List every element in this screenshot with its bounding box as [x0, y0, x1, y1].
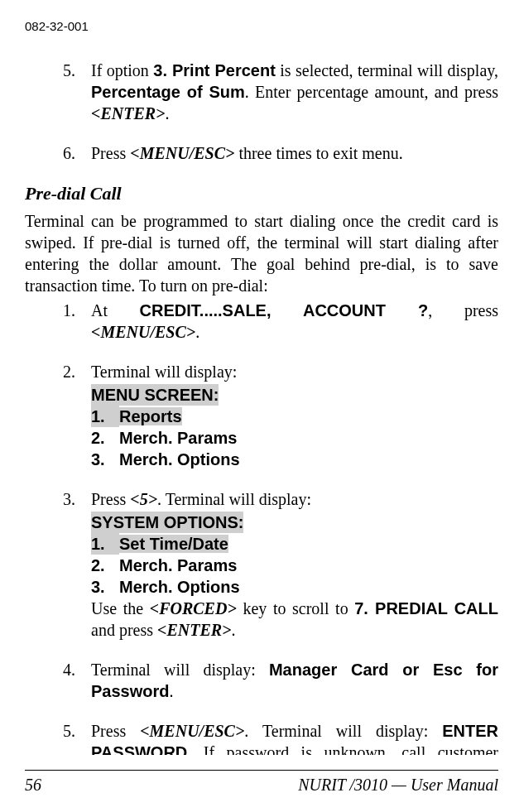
body: Terminal will display: Manager Card or E… [91, 659, 498, 702]
menu-row: 3.Merch. Options [91, 449, 498, 470]
text: three times to exit menu. [234, 144, 402, 162]
text: At [91, 301, 140, 320]
menu-screen-block: MENU SCREEN: 1.Reports 2.Merch. Params 3… [91, 384, 498, 470]
num: 6. [63, 142, 91, 164]
text: is selected, terminal will display, [276, 61, 498, 79]
text: and press [91, 621, 157, 639]
row-num: 2. [91, 427, 119, 449]
key-menu-esc: <MENU/ESC> [91, 323, 195, 341]
subheading-predial: Pre-dial Call [25, 182, 498, 206]
list-top: 5. If option 3. Print Percent is selecte… [25, 60, 498, 164]
num: 3. [63, 488, 91, 641]
menu-title: MENU SCREEN: [91, 384, 219, 406]
key-enter: <ENTER> [157, 621, 231, 639]
row-num: 1. [91, 406, 119, 427]
row-label: Merch. Options [119, 450, 240, 468]
body: If option 3. Print Percent is selected, … [91, 60, 498, 124]
footer: 56 NURIT /3010 — User Manual [25, 770, 498, 795]
body: Press <5>. Terminal will display: SYSTEM… [91, 488, 498, 641]
row-label: Merch. Options [119, 578, 240, 596]
row-num: 2. [91, 555, 119, 576]
text: . [165, 104, 169, 123]
menu-row: 1.Reports [91, 406, 498, 427]
key-forced: <FORCED> [150, 599, 237, 617]
doc-id: 082-32-001 [25, 18, 498, 35]
num: 5. [63, 60, 91, 124]
menu-row: 2.Merch. Params [91, 555, 498, 576]
prompt-credit-sale: CREDIT.....SALE, ACCOUNT ? [140, 301, 429, 320]
body: Press <MENU/ESC> three times to exit men… [91, 142, 498, 164]
list-item: 5. If option 3. Print Percent is selecte… [63, 60, 498, 124]
key-5: <5> [130, 490, 157, 508]
text: , press [428, 301, 498, 320]
list-item: 3. Press <5>. Terminal will display: SYS… [63, 488, 498, 641]
menu-title: SYSTEM OPTIONS: [91, 512, 243, 533]
menu-row: 2.Merch. Params [91, 427, 498, 449]
intro-paragraph: Terminal can be programmed to start dial… [25, 210, 498, 296]
body: Press <MENU/ESC>. Terminal will display:… [91, 720, 498, 754]
key-menu-esc: <MENU/ESC> [140, 722, 244, 740]
row-label: Set Time/Date [119, 535, 228, 553]
option-name: 3. Print Percent [153, 61, 276, 79]
percentage-label: Percentage of Sum [91, 83, 245, 101]
text: Terminal will display: [91, 363, 237, 381]
key-enter: <ENTER> [91, 104, 165, 123]
text: If option [91, 61, 153, 79]
text: . [195, 323, 199, 341]
text: . Enter percentage amount, and press [245, 83, 498, 101]
row-num: 3. [91, 576, 119, 598]
page-number: 56 [25, 774, 41, 795]
text: Press [91, 144, 130, 162]
row-num: 3. [91, 449, 119, 470]
list-predial: 1. At CREDIT.....SALE, ACCOUNT ?, press … [25, 300, 498, 754]
system-options-block: SYSTEM OPTIONS: 1.Set Time/Date 2.Merch.… [91, 512, 498, 598]
text: Use the [91, 599, 150, 617]
body: Terminal will display: MENU SCREEN: 1.Re… [91, 361, 498, 470]
num: 2. [63, 361, 91, 470]
list-item: 6. Press <MENU/ESC> three times to exit … [63, 142, 498, 164]
key-menu-esc: <MENU/ESC> [130, 144, 234, 162]
list-item: 2. Terminal will display: MENU SCREEN: 1… [63, 361, 498, 470]
row-label: Merch. Params [119, 429, 237, 447]
menu-row: 3.Merch. Options [91, 576, 498, 598]
num: 1. [63, 300, 91, 343]
text: . [231, 621, 235, 639]
menu-row: 1.Set Time/Date [91, 533, 498, 555]
text: . Terminal will display: [244, 722, 442, 740]
predial-call-label: 7. PREDIAL CALL [354, 599, 498, 617]
text: Terminal will display: [91, 661, 269, 679]
page: 082-32-001 5. If option 3. Print Percent… [0, 0, 519, 812]
text: Press [91, 722, 140, 740]
row-label: Reports [119, 407, 182, 425]
num: 5. [63, 720, 91, 754]
list-item: 1. At CREDIT.....SALE, ACCOUNT ?, press … [63, 300, 498, 343]
num: 4. [63, 659, 91, 702]
row-label: Merch. Params [119, 556, 237, 574]
list-item: 4. Terminal will display: Manager Card o… [63, 659, 498, 702]
text: Press [91, 490, 130, 508]
text: key to scroll to [237, 599, 354, 617]
footer-title: NURIT /3010 — User Manual [298, 774, 498, 795]
list-item: 5. Press <MENU/ESC>. Terminal will displ… [63, 720, 498, 754]
body: At CREDIT.....SALE, ACCOUNT ?, press <ME… [91, 300, 498, 343]
text: . Terminal will display: [157, 490, 311, 508]
row-num: 1. [91, 533, 119, 555]
post-text: Use the <FORCED> key to scroll to 7. PRE… [91, 598, 498, 641]
content: 5. If option 3. Print Percent is selecte… [25, 60, 498, 755]
text: . [169, 682, 173, 700]
